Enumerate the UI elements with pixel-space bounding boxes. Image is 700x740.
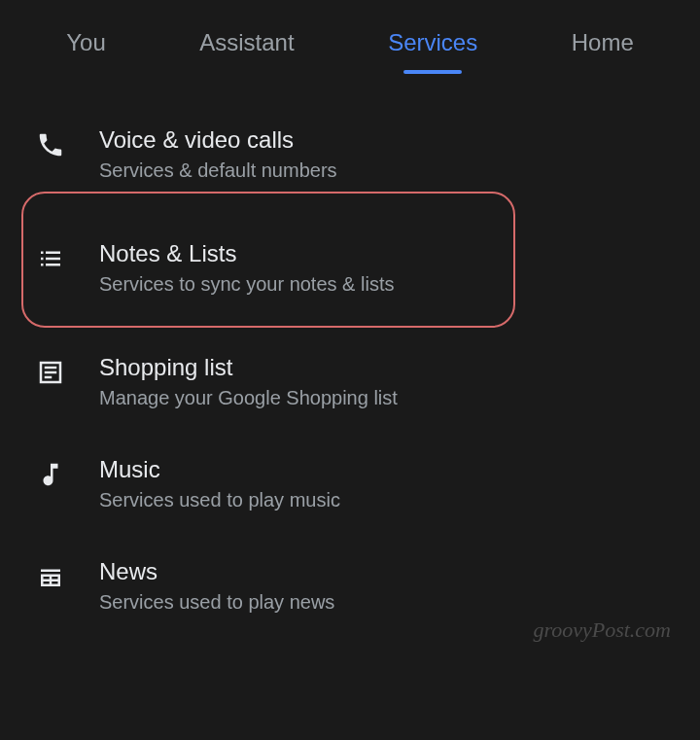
tab-assistant[interactable]: Assistant xyxy=(193,19,299,74)
item-subtitle: Services & default numbers xyxy=(99,159,671,182)
item-text: Music Services used to play music xyxy=(99,456,671,511)
list-icon xyxy=(29,244,72,273)
tab-services[interactable]: Services xyxy=(382,19,483,74)
item-text: Notes & Lists Services to sync your note… xyxy=(99,240,671,296)
item-text: Voice & video calls Services & default n… xyxy=(99,126,671,182)
list-item-voice-video-calls[interactable]: Voice & video calls Services & default n… xyxy=(0,103,700,205)
item-title: Music xyxy=(99,456,671,483)
list-item-notes-lists[interactable]: Notes & Lists Services to sync your note… xyxy=(0,205,700,331)
news-icon xyxy=(29,562,72,591)
music-note-icon xyxy=(29,460,72,489)
item-subtitle: Services to sync your notes & lists xyxy=(99,273,671,296)
item-title: Voice & video calls xyxy=(99,126,671,154)
tab-home[interactable]: Home xyxy=(566,19,640,74)
list-item-shopping-list[interactable]: Shopping list Manage your Google Shoppin… xyxy=(0,331,700,433)
item-title: Shopping list xyxy=(99,354,671,381)
phone-icon xyxy=(29,130,72,159)
item-subtitle: Manage your Google Shopping list xyxy=(99,387,671,409)
item-title: News xyxy=(99,558,671,585)
item-subtitle: Services used to play news xyxy=(99,591,671,614)
item-title: Notes & Lists xyxy=(99,240,671,267)
item-text: Shopping list Manage your Google Shoppin… xyxy=(99,354,671,409)
list-item-music[interactable]: Music Services used to play music xyxy=(0,433,700,535)
tab-bar: You Assistant Services Home xyxy=(0,0,700,84)
list-item-news[interactable]: News Services used to play news xyxy=(0,535,700,637)
document-icon xyxy=(29,358,72,387)
settings-list: Voice & video calls Services & default n… xyxy=(0,84,700,656)
item-subtitle: Services used to play music xyxy=(99,489,671,511)
tab-you[interactable]: You xyxy=(60,19,112,74)
item-text: News Services used to play news xyxy=(99,558,671,614)
